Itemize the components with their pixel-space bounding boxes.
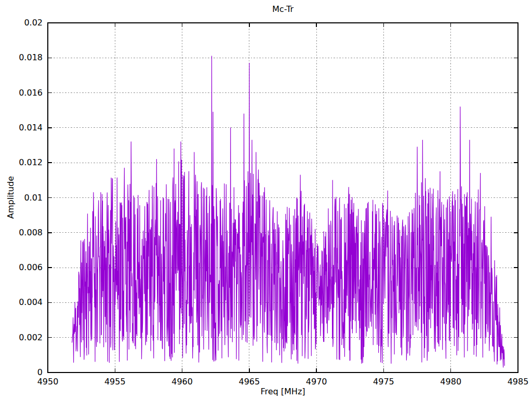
x-axis-title: Freq [MHz] <box>48 387 518 396</box>
x-tick-label: 4955 <box>104 377 126 387</box>
y-tick-label: 0.006 <box>19 262 43 272</box>
plot-area: 4950495549604965497049754980498500.0020.… <box>0 0 532 399</box>
y-tick-label: 0.008 <box>19 228 43 237</box>
y-axis-title: Amplitude <box>6 176 16 219</box>
x-tick-label: 4965 <box>238 377 260 387</box>
x-tick-label: 4980 <box>440 377 461 387</box>
chart-title: Mc-Tr <box>48 4 518 14</box>
y-tick-label: 0.01 <box>24 193 43 203</box>
y-tick-label: 0.016 <box>19 88 43 98</box>
y-tick-label: 0.02 <box>24 18 43 28</box>
y-tick-label: 0.018 <box>19 52 43 62</box>
gnuplot-figure: 4950495549604965497049754980498500.0020.… <box>0 0 532 399</box>
x-tick-label: 4960 <box>171 377 193 387</box>
y-tick-label: 0.012 <box>19 157 43 167</box>
series-line <box>72 56 505 367</box>
x-tick-label: 4950 <box>37 377 59 387</box>
y-tick-label: 0.002 <box>19 332 43 342</box>
x-tick-label: 4970 <box>306 377 327 387</box>
y-tick-label: 0.014 <box>19 123 43 132</box>
y-tick-label: 0 <box>37 367 43 377</box>
x-tick-label: 4985 <box>508 377 529 387</box>
y-tick-label: 0.004 <box>19 297 43 307</box>
x-tick-label: 4975 <box>373 377 394 387</box>
